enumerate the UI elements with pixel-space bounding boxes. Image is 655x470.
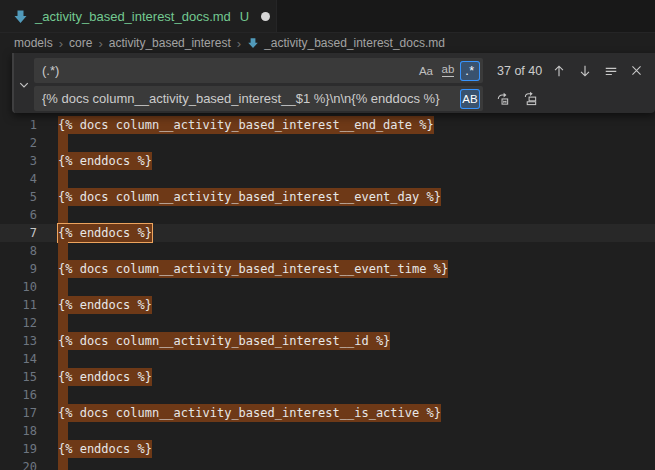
code-line[interactable]: 10 <box>0 278 655 296</box>
code-line[interactable]: 8 <box>0 242 655 260</box>
find-nav-buttons <box>548 60 649 81</box>
line-number[interactable]: 7 <box>0 224 37 242</box>
breadcrumb: models › core › activity_based_interest … <box>0 33 655 53</box>
find-input[interactable]: (.*) Aa ab .* <box>34 58 483 83</box>
code-line[interactable]: 2 <box>0 134 655 152</box>
selection-lines-icon <box>604 64 618 78</box>
chevron-down-icon <box>18 79 30 91</box>
line-number[interactable]: 5 <box>0 188 37 206</box>
current-match-text: {% enddocs %} <box>58 224 152 242</box>
replace-row: {% docs column__activity_based_interest_… <box>34 86 649 111</box>
match-text: {% enddocs %} <box>58 296 152 314</box>
code-line[interactable]: 4 <box>0 170 655 188</box>
code-line[interactable]: 14 <box>0 350 655 368</box>
code-line[interactable]: 7{% enddocs %} <box>0 224 655 242</box>
close-find-button[interactable] <box>626 60 647 81</box>
line-number[interactable]: 15 <box>0 368 37 386</box>
match-text: {% enddocs %} <box>58 368 152 386</box>
line-number[interactable]: 14 <box>0 350 37 368</box>
code-line[interactable]: 13{% docs column__activity_based_interes… <box>0 332 655 350</box>
breadcrumb-file-label: _activity_based_interest_docs.md <box>264 36 445 50</box>
line-number[interactable]: 1 <box>0 116 37 134</box>
line-number[interactable]: 19 <box>0 440 37 458</box>
chevron-right-icon: › <box>237 36 241 51</box>
code-line[interactable]: 5{% docs column__activity_based_interest… <box>0 188 655 206</box>
code-line[interactable]: 12 <box>0 314 655 332</box>
dot-icon <box>261 12 270 21</box>
line-number[interactable]: 17 <box>0 404 37 422</box>
match-case-button[interactable]: Aa <box>416 61 436 81</box>
line-number[interactable]: 2 <box>0 134 37 152</box>
empty-match-highlight <box>58 314 68 332</box>
toggle-replace-chevron[interactable] <box>14 58 34 111</box>
find-in-selection-button[interactable] <box>600 60 621 81</box>
empty-match-highlight <box>58 422 68 440</box>
line-number[interactable]: 18 <box>0 422 37 440</box>
line-number[interactable]: 16 <box>0 386 37 404</box>
replace-icon <box>495 91 510 106</box>
breadcrumb-item-core[interactable]: core <box>69 36 92 50</box>
code-line[interactable]: 11{% enddocs %} <box>0 296 655 314</box>
editor[interactable]: 1{% docs column__activity_based_interest… <box>0 53 655 470</box>
line-number[interactable]: 6 <box>0 206 37 224</box>
results-count: 37 of 40 <box>497 64 542 78</box>
line-number[interactable]: 3 <box>0 152 37 170</box>
arrow-up-icon <box>552 64 566 78</box>
match-text: {% docs column__activity_based_interest_… <box>58 404 441 422</box>
code-lines: 1{% docs column__activity_based_interest… <box>0 116 655 470</box>
replace-all-button[interactable] <box>520 88 541 109</box>
empty-match-highlight <box>58 170 68 188</box>
empty-match-highlight <box>58 278 68 296</box>
code-line[interactable]: 9{% docs column__activity_based_interest… <box>0 260 655 278</box>
previous-match-button[interactable] <box>548 60 569 81</box>
preserve-case-button[interactable]: AB <box>460 89 480 109</box>
tab-filename: _activity_based_interest_docs.md <box>35 9 231 24</box>
replace-value: {% docs column__activity_based_interest_… <box>42 91 458 106</box>
line-number[interactable]: 12 <box>0 314 37 332</box>
git-status-badge: U <box>240 9 249 24</box>
regex-button[interactable]: .* <box>460 61 480 81</box>
match-text: {% enddocs %} <box>58 152 152 170</box>
whole-word-button[interactable]: ab <box>438 61 458 81</box>
whole-word-icon: ab <box>442 64 455 78</box>
tab-active[interactable]: _activity_based_interest_docs.md U <box>0 0 277 32</box>
code-line[interactable]: 18 <box>0 422 655 440</box>
next-match-button[interactable] <box>574 60 595 81</box>
line-number[interactable]: 9 <box>0 260 37 278</box>
line-number[interactable]: 13 <box>0 332 37 350</box>
code-line[interactable]: 1{% docs column__activity_based_interest… <box>0 116 655 134</box>
line-number[interactable]: 11 <box>0 296 37 314</box>
empty-match-highlight <box>58 134 68 152</box>
code-line[interactable]: 3{% enddocs %} <box>0 152 655 170</box>
code-line[interactable]: 15{% enddocs %} <box>0 368 655 386</box>
line-number[interactable]: 20 <box>0 458 37 470</box>
preserve-case-icon: AB <box>462 93 477 105</box>
replace-input[interactable]: {% docs column__activity_based_interest_… <box>34 86 483 111</box>
code-line[interactable]: 19{% enddocs %} <box>0 440 655 458</box>
find-value: (.*) <box>42 63 414 78</box>
replace-button[interactable] <box>492 88 513 109</box>
line-number[interactable]: 4 <box>0 170 37 188</box>
unsaved-changes-dot[interactable] <box>261 7 270 25</box>
code-line[interactable]: 6 <box>0 206 655 224</box>
code-line[interactable]: 16 <box>0 386 655 404</box>
find-widget: (.*) Aa ab .* 37 of 40 <box>12 53 655 113</box>
breadcrumb-item-models[interactable]: models <box>14 36 53 50</box>
code-line[interactable]: 17{% docs column__activity_based_interes… <box>0 404 655 422</box>
breadcrumb-item-file[interactable]: _activity_based_interest_docs.md <box>247 36 445 50</box>
close-icon <box>630 64 643 77</box>
match-text: {% enddocs %} <box>58 440 152 458</box>
match-text: {% docs column__activity_based_interest_… <box>58 188 441 206</box>
code-line[interactable]: 20 <box>0 458 655 470</box>
line-number[interactable]: 8 <box>0 242 37 260</box>
markdown-icon <box>13 9 28 24</box>
match-text: {% docs column__activity_based_interest_… <box>58 116 434 134</box>
replace-all-icon <box>523 91 538 106</box>
chevron-right-icon: › <box>98 36 102 51</box>
breadcrumb-item-folder[interactable]: activity_based_interest <box>109 36 231 50</box>
empty-match-highlight <box>58 242 68 260</box>
empty-match-highlight <box>58 386 68 404</box>
empty-match-highlight <box>58 458 68 470</box>
line-number[interactable]: 10 <box>0 278 37 296</box>
find-row: (.*) Aa ab .* 37 of 40 <box>34 58 649 83</box>
